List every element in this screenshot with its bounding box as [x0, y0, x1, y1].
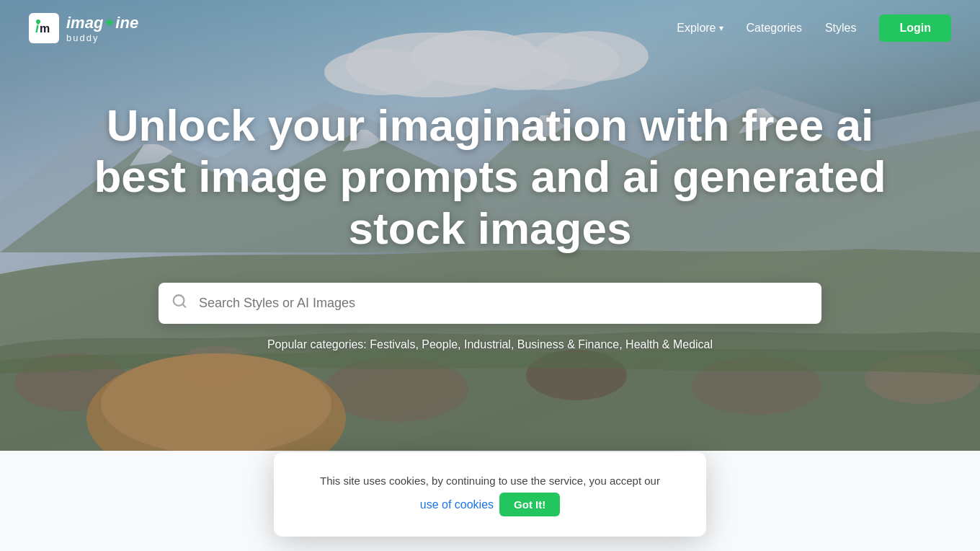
nav-styles[interactable]: Styles	[825, 22, 857, 35]
cookie-use-of-cookies-link[interactable]: use of cookies	[420, 498, 494, 511]
svg-point-25	[36, 19, 40, 24]
svg-line-27	[182, 304, 185, 307]
logo-ine-text: ine	[115, 14, 138, 32]
logo-star: ✦	[104, 15, 115, 31]
cookie-bottom-row: use of cookies Got It!	[303, 493, 677, 516]
nav-explore[interactable]: Explore ▾	[677, 22, 723, 35]
logo-icon: i m	[32, 17, 55, 40]
login-button[interactable]: Login	[879, 14, 951, 42]
svg-text:m: m	[40, 22, 50, 35]
chevron-down-icon: ▾	[719, 23, 723, 33]
nav-categories[interactable]: Categories	[747, 22, 802, 35]
navbar: i m imag ✦ ine buddy Explore ▾ Catego	[0, 0, 980, 56]
cookie-banner: This site uses cookies, by continuing to…	[274, 452, 706, 537]
search-input[interactable]	[159, 283, 821, 324]
category-business-finance[interactable]: Business & Finance	[517, 338, 619, 351]
got-it-button[interactable]: Got It!	[499, 493, 560, 516]
category-industrial[interactable]: Industrial	[464, 338, 511, 351]
hero-title: Unlock your imagination with free ai bes…	[94, 100, 886, 254]
hero-content: Unlock your imagination with free ai bes…	[0, 56, 980, 451]
cookie-text: This site uses cookies, by continuing to…	[303, 472, 677, 490]
category-festivals[interactable]: Festivals	[370, 338, 415, 351]
logo[interactable]: i m imag ✦ ine buddy	[29, 13, 138, 43]
search-container	[159, 283, 821, 324]
search-icon	[172, 294, 187, 313]
category-health-medical[interactable]: Health & Medical	[625, 338, 713, 351]
category-people[interactable]: People	[422, 338, 458, 351]
popular-label: Popular categories:	[267, 338, 367, 351]
nav-links: Explore ▾ Categories Styles Login	[677, 14, 951, 42]
logo-imagine-text: imag	[66, 14, 103, 32]
logo-buddy-text: buddy	[66, 32, 138, 43]
popular-categories: Popular categories: Festivals, People, I…	[29, 338, 951, 351]
